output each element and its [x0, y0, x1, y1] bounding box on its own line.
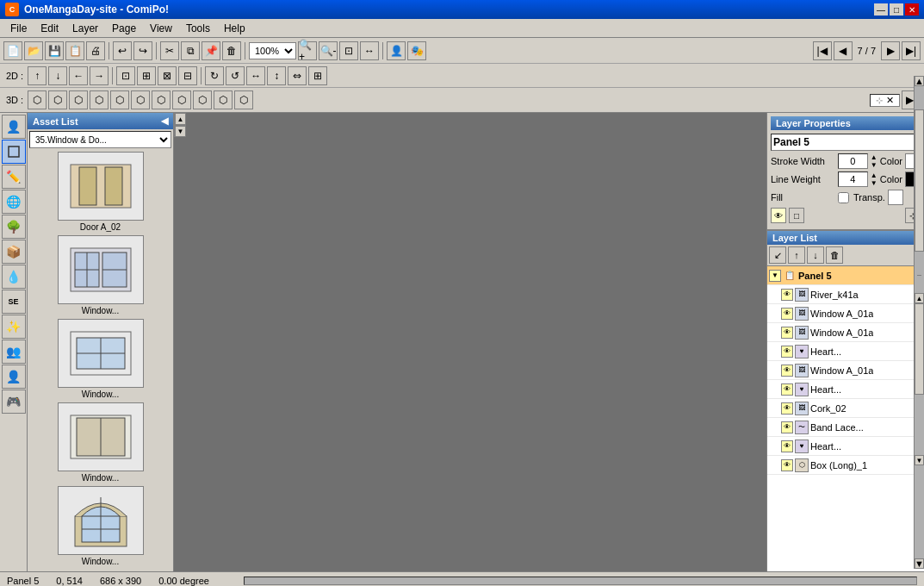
tool-pencil[interactable]: ✏️	[2, 165, 26, 189]
cut-button[interactable]: ✂	[160, 41, 179, 60]
list-item[interactable]: Window...	[29, 402, 171, 483]
expand2-button[interactable]: ⊞	[137, 66, 156, 85]
layer-item[interactable]: 👁 ♥ Heart...	[767, 380, 924, 399]
tool-select[interactable]	[2, 140, 26, 164]
new-button[interactable]: 📄	[3, 41, 22, 60]
layer-item[interactable]: 👁 🖼 Window A_01a	[767, 361, 924, 380]
3d-btn-1[interactable]: ⬡	[28, 90, 47, 109]
expand3-button[interactable]: ⊠	[158, 66, 177, 85]
layer-scrollbar[interactable]: ▲ ▼	[914, 293, 924, 465]
open-button[interactable]: 📂	[24, 41, 43, 60]
3d-btn-3[interactable]: ⬡	[69, 90, 88, 109]
expand-button[interactable]: ⊡	[116, 66, 135, 85]
menu-item-page[interactable]: Page	[105, 21, 143, 36]
copy-button[interactable]: ⧉	[181, 41, 200, 60]
expand4-button[interactable]: ⊟	[178, 66, 197, 85]
3d-btn-9[interactable]: ⬡	[193, 90, 212, 109]
fill-color-btn[interactable]	[888, 190, 903, 205]
tool-person[interactable]: 👤	[2, 115, 26, 139]
layer-scroll-up[interactable]: ▲	[915, 293, 924, 303]
menu-item-edit[interactable]: Edit	[34, 21, 65, 36]
layer-delete[interactable]: 🗑	[826, 246, 843, 264]
flip-v-button[interactable]: ↕	[267, 66, 286, 85]
menu-item-view[interactable]: View	[143, 21, 179, 36]
layer-visibility-icon[interactable]: 👁	[781, 327, 793, 339]
mirror-button[interactable]: ⇔	[288, 66, 307, 85]
delete-button[interactable]: 🗑	[222, 41, 241, 60]
tool-sparkle[interactable]: ✨	[2, 315, 26, 339]
layer-move-down[interactable]: ↙	[769, 246, 786, 264]
layer-item[interactable]: 👁 ♥ Heart...	[767, 437, 924, 456]
close-button[interactable]: ✕	[905, 3, 919, 16]
layer-move-down2[interactable]: ↓	[807, 246, 824, 264]
first-page-button[interactable]: |◀	[813, 41, 832, 60]
visibility-toggle[interactable]: 👁	[771, 208, 786, 223]
3d-btn-4[interactable]: ⬡	[90, 90, 109, 109]
layer-visibility-icon[interactable]: ▼	[769, 270, 781, 282]
layer-item[interactable]: ▼ 📋 Panel 5	[767, 266, 924, 285]
layer-item[interactable]: 👁 🖼 Window A_01a	[767, 323, 924, 342]
2d-up-button[interactable]: ↑	[28, 66, 47, 85]
stroke-width-input[interactable]: 0	[838, 153, 868, 169]
asset-list-scroll[interactable]: Door A_02 Window...	[28, 150, 173, 571]
2d-down-button[interactable]: ↓	[48, 66, 67, 85]
undo-button[interactable]: ↩	[113, 41, 132, 60]
print-button[interactable]: 🖨	[86, 41, 105, 60]
tool-gamepad[interactable]: 🎮	[2, 390, 26, 414]
layer-item[interactable]: 👁 🖼 River_k41a	[767, 285, 924, 304]
layer-visibility-icon[interactable]: 👁	[781, 289, 793, 301]
zoom-in-button[interactable]: 🔍+	[298, 41, 317, 60]
layer-scroll-down[interactable]: ▼	[915, 455, 924, 465]
rotate-cw-button[interactable]: ↻	[205, 66, 224, 85]
3d-btn-11[interactable]: ⬡	[234, 90, 253, 109]
rotate-ccw-button[interactable]: ↺	[226, 66, 245, 85]
layer-visibility-icon[interactable]: 👁	[781, 440, 793, 452]
layer-item[interactable]: 👁 🖼 Window A_01a	[767, 304, 924, 323]
3d-btn-2[interactable]: ⬡	[48, 90, 67, 109]
zoom-select[interactable]: 100%50%200%	[249, 42, 296, 59]
list-item[interactable]: Door A_02	[29, 152, 171, 232]
layer-visibility-icon[interactable]: 👁	[781, 402, 793, 415]
layer-visibility-icon[interactable]: 👁	[781, 421, 793, 433]
layer-item[interactable]: 👁 🖼 Cork_02	[767, 399, 924, 418]
stroke-width-spinup[interactable]: ▲▼	[871, 153, 877, 169]
zoom-out-button[interactable]: 🔍-	[319, 41, 338, 60]
layer-visibility-icon[interactable]: 👁	[781, 383, 793, 396]
3d-btn-5[interactable]: ⬡	[110, 90, 129, 109]
layer-visibility-icon[interactable]: 👁	[781, 346, 793, 358]
transp-checkbox[interactable]	[838, 192, 849, 203]
flip-h-button[interactable]: ↔	[246, 66, 265, 85]
layer-move-up[interactable]: ↑	[788, 246, 805, 264]
prev-page-button[interactable]: ◀	[834, 41, 853, 60]
maximize-button[interactable]: □	[890, 3, 903, 16]
zoom-width-button[interactable]: ↔	[360, 41, 379, 60]
minimize-button[interactable]: —	[874, 3, 888, 16]
zoom-fit-button[interactable]: ⊡	[339, 41, 358, 60]
asset-category-select[interactable]: 35.Window & Do...	[29, 131, 171, 148]
2d-right-button[interactable]: →	[90, 66, 109, 85]
3d-btn-8[interactable]: ⬡	[172, 90, 191, 109]
list-item[interactable]: Window...	[29, 235, 171, 315]
3d-btn-6[interactable]: ⬡	[131, 90, 150, 109]
3d-btn-7[interactable]: ⬡	[152, 90, 171, 109]
tool-users[interactable]: 👥	[2, 340, 26, 364]
redo-button[interactable]: ↪	[133, 41, 152, 60]
scroll-down-btn[interactable]: ▼	[175, 125, 186, 137]
asset-panel-header[interactable]: Asset List ◀	[28, 113, 173, 129]
scroll-up-btn[interactable]: ▲	[175, 113, 186, 125]
menu-item-help[interactable]: Help	[217, 21, 252, 36]
paste-button[interactable]: 📌	[202, 41, 220, 60]
tool-se[interactable]: SE	[2, 290, 26, 314]
save-as-button[interactable]: 📋	[65, 41, 84, 60]
lock-toggle[interactable]: □	[789, 208, 804, 223]
layer-visibility-icon[interactable]: 👁	[781, 365, 793, 377]
layer-visibility-icon[interactable]: 👁	[781, 459, 793, 471]
layer-item[interactable]: 👁 ♥ Heart...	[767, 342, 924, 361]
tool-drop[interactable]: 💧	[2, 265, 26, 289]
menu-item-tools[interactable]: Tools	[179, 21, 217, 36]
next-page-button[interactable]: ▶	[881, 41, 900, 60]
last-page-button[interactable]: ▶|	[902, 41, 921, 60]
tool-tree[interactable]: 🌳	[2, 215, 26, 239]
layer-item[interactable]: 👁 ⬡ Box (Long)_1	[767, 456, 924, 475]
menu-item-file[interactable]: File	[3, 21, 34, 36]
